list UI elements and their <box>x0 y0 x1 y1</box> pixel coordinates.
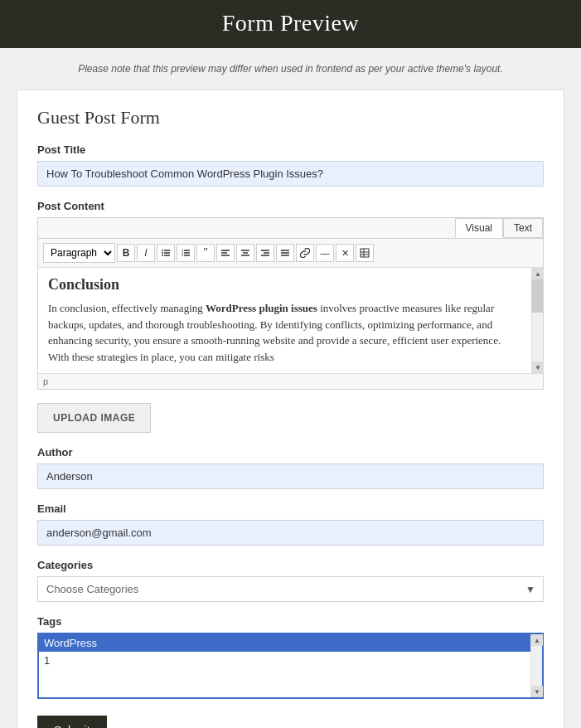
categories-group: Categories Choose Categories ▼ <box>37 559 544 602</box>
toolbar-italic[interactable]: I <box>137 244 155 262</box>
tags-scroll-up[interactable]: ▲ <box>531 634 543 646</box>
toolbar-table[interactable] <box>356 244 374 262</box>
author-group: Author <box>37 446 544 489</box>
toolbar-align-justify[interactable] <box>276 244 294 262</box>
toolbar-ol[interactable]: 123 <box>177 244 195 262</box>
tags-scrollbar[interactable]: ▲ ▼ <box>530 634 542 697</box>
tab-visual[interactable]: Visual <box>455 218 503 238</box>
scrollbar-up-arrow[interactable]: ▲ <box>532 268 544 279</box>
editor-wrapper: Visual Text Paragraph B I 123 " <box>37 217 544 390</box>
editor-footer-p: p <box>43 376 48 386</box>
tags-option-wordpress[interactable]: WordPress <box>39 634 530 652</box>
tab-text[interactable]: Text <box>503 218 543 238</box>
upload-image-button[interactable]: UPLOAD IMAGE <box>37 403 151 433</box>
toolbar-align-center[interactable] <box>236 244 254 262</box>
email-group: Email <box>37 502 544 546</box>
toolbar-align-left[interactable] <box>216 244 235 262</box>
svg-point-3 <box>162 250 163 251</box>
author-label: Author <box>37 446 544 459</box>
post-title-group: Post Title <box>37 143 544 187</box>
tags-area-wrapper[interactable]: WordPress 1 ▲ ▼ <box>37 633 544 699</box>
editor-body: In conclusion, effectively managing Word… <box>48 300 523 365</box>
scrollbar-thumb[interactable] <box>531 279 543 313</box>
post-title-label: Post Title <box>37 143 544 156</box>
author-input[interactable] <box>37 463 544 489</box>
svg-point-4 <box>162 252 163 254</box>
post-title-input[interactable] <box>37 161 544 187</box>
tags-group: Tags WordPress 1 ▲ ▼ <box>37 615 544 699</box>
submit-button[interactable]: Submit <box>37 716 107 728</box>
tags-options: WordPress 1 <box>39 634 542 669</box>
notice-bar: Please note that this preview may differ… <box>0 48 581 83</box>
notice-text: Please note that this preview may differ… <box>78 63 503 75</box>
email-input[interactable] <box>37 520 544 546</box>
svg-text:3: 3 <box>182 253 184 257</box>
toolbar-more[interactable]: — <box>316 244 334 262</box>
tags-scroll-down[interactable]: ▼ <box>531 686 543 697</box>
editor-footer: p <box>38 373 543 389</box>
toolbar-ul[interactable] <box>157 244 175 262</box>
page-header: Form Preview <box>0 0 581 48</box>
post-content-label: Post Content <box>37 200 544 212</box>
editor-tabs: Visual Text <box>38 218 543 239</box>
categories-select[interactable]: Choose Categories <box>37 576 544 602</box>
tags-option-1[interactable]: 1 <box>39 652 530 669</box>
toolbar-bold[interactable]: B <box>117 244 135 262</box>
email-label: Email <box>37 502 544 515</box>
post-content-group: Post Content Visual Text Paragraph B I 1… <box>37 200 544 390</box>
scrollbar-down-arrow[interactable]: ▼ <box>532 362 544 373</box>
toolbar-fullscreen[interactable]: ✕ <box>336 244 354 262</box>
svg-rect-24 <box>361 249 369 257</box>
form-container: Guest Post Form Post Title Post Content … <box>17 90 564 728</box>
editor-content-inner: Conclusion In conclusion, effectively ma… <box>48 276 523 365</box>
svg-point-5 <box>162 255 163 256</box>
editor-heading: Conclusion <box>48 276 523 294</box>
toolbar-blockquote[interactable]: " <box>196 244 215 262</box>
upload-image-group: UPLOAD IMAGE <box>37 403 544 433</box>
editor-scrollbar[interactable]: ▲ ▼ <box>531 268 543 373</box>
categories-select-wrapper: Choose Categories ▼ <box>37 576 544 602</box>
toolbar-align-right[interactable] <box>256 244 274 262</box>
toolbar-link[interactable] <box>296 244 314 262</box>
tags-label: Tags <box>37 615 544 628</box>
page-title: Form Preview <box>222 10 359 36</box>
form-title: Guest Post Form <box>37 107 544 129</box>
categories-label: Categories <box>37 559 544 571</box>
paragraph-select[interactable]: Paragraph <box>43 243 115 263</box>
editor-area[interactable]: Conclusion In conclusion, effectively ma… <box>38 268 543 373</box>
editor-toolbar: Paragraph B I 123 " <box>38 239 543 268</box>
